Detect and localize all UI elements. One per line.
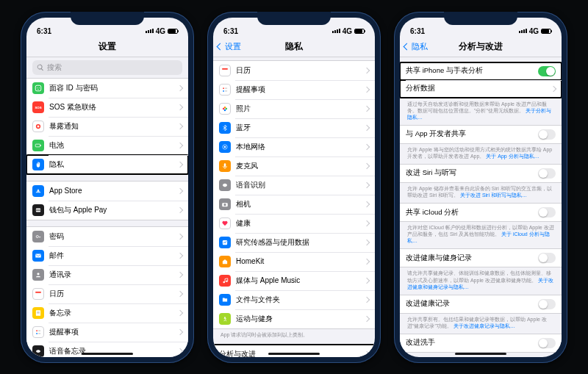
page-title: 隐私 [285,40,303,53]
analytics-group: 与 App 开发者共享 [400,125,562,144]
analytics-row[interactable]: 改进健康与健身记录 [400,249,562,267]
settings-row[interactable]: 蓝牙 [213,118,375,137]
settings-row[interactable]: SOSSOS 紧急联络 [26,98,188,117]
settings-row[interactable]: 日历 [213,61,375,80]
footnote-link[interactable]: 关于分析与隐私… [407,108,551,120]
row-label: 分析与改进 [219,349,359,357]
svg-rect-0 [35,85,41,91]
analytics-row[interactable]: 与 App 开发者共享 [400,126,562,143]
toggle-switch[interactable] [538,338,556,348]
appstore-icon [32,185,44,197]
settings-row[interactable]: 提醒事项 [26,323,188,342]
settings-row[interactable]: 通讯录 [26,265,188,284]
content-privacy[interactable]: 日历提醒事项照片蓝牙本地网络麦克风语音识别相机健康研究传感器与使用数据HomeK… [213,57,375,357]
footnote-link[interactable]: 关于改进健康记录与隐私… [453,323,515,328]
svg-point-31 [226,107,228,109]
footnote-link[interactable]: 关于改进 Siri 和听写与隐私… [460,193,527,198]
settings-row[interactable]: 备忘录 [26,303,188,323]
settings-row[interactable]: 本地网络 [213,137,375,157]
toggle-switch[interactable] [538,66,556,76]
settings-row[interactable]: 提醒事项 [213,80,375,99]
settings-row[interactable]: 暴露通知 [26,117,188,136]
analytics-row[interactable]: 改进洗手 [400,334,562,352]
section-footnote: 允许共享所有。包括结果和健康记录等数据，以帮助 Apple 改进"健康记录"功能… [400,314,562,329]
svg-rect-7 [40,145,41,146]
chevron-right-icon [178,206,182,214]
chevron-right-icon [365,181,369,189]
analytics-row[interactable]: 共享 iCloud 分析 [400,204,562,221]
analytics-row[interactable]: 共享 iPhone 与手表分析 [400,62,562,80]
analytics-row[interactable]: 改进健康记录 [400,295,562,313]
reminders-icon [32,326,44,338]
toggle-switch[interactable] [538,168,556,179]
analytics-row[interactable]: 改进 Siri 与听写 [400,165,562,182]
network-label: 4G [343,27,352,35]
privacy-footnote: App 请求访问时会被添加到以上类别。 [213,329,375,338]
settings-row[interactable]: 钱包与 Apple Pay [26,201,188,220]
row-label: 备忘录 [49,308,173,318]
chevron-right-icon [178,187,182,195]
toggle-switch[interactable] [538,253,556,263]
settings-row[interactable]: 隐私 [26,155,188,174]
camera-icon [219,198,231,210]
settings-row[interactable]: 邮件 [26,246,188,265]
contacts-icon [32,269,44,281]
notch [71,12,144,25]
svg-rect-12 [35,253,41,257]
settings-row[interactable]: 密码 [26,227,188,246]
row-label: 邮件 [49,251,173,261]
home-indicator[interactable] [82,353,133,355]
toggle-switch[interactable] [538,207,556,217]
chevron-right-icon [365,123,369,132]
settings-row[interactable]: 研究传感器与使用数据 [213,233,375,252]
settings-row[interactable]: HomeKit [213,252,375,271]
svg-point-25 [223,87,224,89]
svg-rect-8 [36,192,40,193]
settings-row[interactable]: 语音识别 [213,176,375,195]
svg-point-19 [36,330,37,331]
home-indicator[interactable] [455,353,506,355]
faceid-icon [32,82,44,94]
settings-row[interactable]: 麦克风 [213,157,375,176]
settings-row[interactable]: App Store [26,181,188,201]
settings-row[interactable]: 文件与文件夹 [213,290,375,309]
row-label: 共享 iPhone 与手表分析 [406,66,533,76]
row-label: 共享 iCloud 分析 [406,208,533,217]
settings-row[interactable]: 面容 ID 与密码 [26,79,188,98]
battery-icon [541,29,551,34]
chevron-right-icon [365,257,369,265]
settings-row[interactable]: 运动与健身 [213,309,375,328]
footnote-link[interactable]: 关于改进健康和健身记录与隐私… [407,278,553,290]
toggle-switch[interactable] [538,129,556,140]
settings-row[interactable]: 分析与改进 [213,345,375,357]
chevron-right-icon [178,232,182,240]
settings-row[interactable]: 日历 [26,284,188,303]
footnote-link[interactable]: 关于 App 分析与隐私… [486,154,539,159]
chevron-right-icon [178,103,182,111]
settings-row[interactable]: 媒体与 Apple Music [213,271,375,290]
row-label: 改进 Siri 与听写 [406,168,533,178]
settings-row[interactable]: 健康 [213,214,375,233]
row-label: 改进健康记录 [406,299,533,309]
toggle-switch[interactable] [538,299,556,309]
settings-row[interactable]: 照片 [213,99,375,118]
analytics-row[interactable]: 分析数据 [400,80,562,98]
content-analytics[interactable]: 共享 iPhone 与手表分析分析数据通过每天自动发送诊断和使用数据来帮助 Ap… [400,57,562,357]
settings-row[interactable]: 电池 [26,136,188,155]
settings-row[interactable]: 相机 [213,195,375,214]
chevron-right-icon [365,276,369,284]
section-footnote: 通过每天自动发送诊断和使用数据来帮助 Apple 改进产品和服务。数据可能包括位… [400,98,562,121]
content-settings[interactable]: 搜索 面容 ID 与密码SOSSOS 紧急联络暴露通知电池隐私App Store… [26,57,188,357]
row-label: 分析数据 [406,84,546,93]
back-button[interactable]: 隐私 [404,41,428,52]
homekit-icon [219,256,231,267]
search-input[interactable]: 搜索 [32,60,182,75]
section-footnote: 允许 Apple 储存并查看来自此设备的 Siri 和听写的交互音频，以帮助改进… [400,183,562,198]
row-label: 隐私 [49,159,173,170]
back-button[interactable]: 设置 [218,41,241,52]
footnote-link[interactable]: 关于 iCloud 分析与隐私… [407,231,550,243]
search-icon [37,64,44,71]
row-label: 健康 [236,218,359,229]
chevron-right-icon [178,328,182,336]
battery-icon [32,140,44,151]
